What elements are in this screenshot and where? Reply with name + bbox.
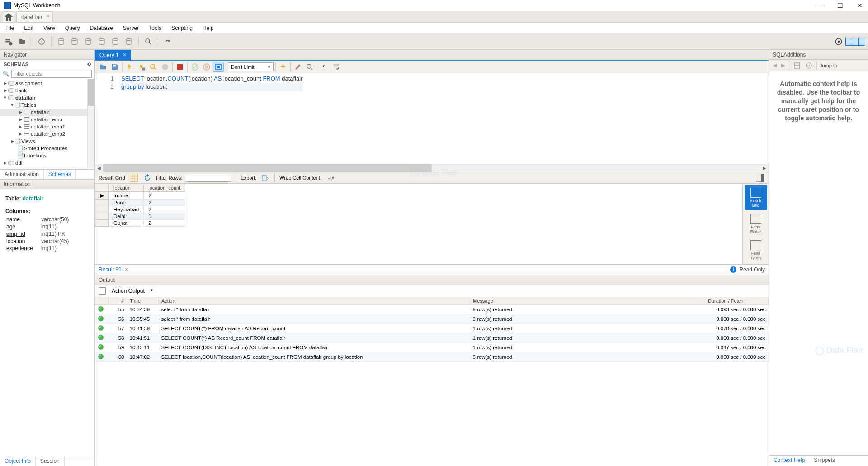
find-icon[interactable] [304, 62, 315, 72]
output-row[interactable]: 5510:34:39select * from dataflair9 row(s… [95, 305, 769, 314]
row-indicator[interactable]: ▶ [95, 192, 109, 200]
stop-on-error-icon[interactable] [175, 62, 185, 72]
search-icon[interactable] [143, 37, 153, 47]
result-grid[interactable]: locationlocation_count ▶Indore2 Pune2 He… [95, 184, 742, 264]
tree-item[interactable]: bank [15, 88, 27, 93]
form-editor-tab[interactable]: Form Editor [745, 212, 767, 236]
tree-item[interactable]: assignment [15, 81, 42, 86]
result-grid-tab[interactable]: Result Grid [745, 185, 767, 210]
grid-view-icon[interactable] [129, 173, 139, 183]
database-icon [8, 95, 14, 100]
scrollbar[interactable] [87, 79, 94, 169]
execute-current-icon[interactable] [136, 62, 147, 72]
tab-schemas[interactable]: Schemas [44, 170, 76, 179]
home-tab[interactable] [3, 11, 14, 22]
db-icon[interactable] [56, 37, 66, 47]
result-tab[interactable]: Result 39 ✕ [99, 266, 129, 273]
wrap-cell-icon[interactable]: ⤶A [325, 173, 335, 183]
tab-session[interactable]: Session [36, 456, 65, 466]
close-icon[interactable]: ✕ [123, 52, 127, 58]
output-row[interactable]: 5910:43:11SELECT COUNT(DISTINCT location… [95, 343, 769, 352]
output-grid[interactable]: # Time Action Message Duration / Fetch 5… [95, 297, 769, 466]
save-icon[interactable] [109, 62, 120, 72]
window-minimize-button[interactable]: — [816, 2, 825, 9]
sql-editor[interactable]: 1 2 SELECT location,COUNT(location) AS l… [95, 73, 769, 164]
scroll-left-icon[interactable]: ◀ [95, 164, 103, 172]
tree-item[interactable]: Tables [21, 102, 36, 108]
help-target-icon[interactable] [792, 61, 802, 71]
tree-item[interactable]: dataflair_emp [31, 117, 62, 122]
output-row[interactable]: 5710:41:39SELECT COUNT(*) FROM dataflair… [95, 324, 769, 333]
nav-back-icon[interactable]: ◀ [772, 62, 778, 68]
tree-item[interactable]: dataflair [15, 95, 36, 100]
filter-rows-input[interactable] [186, 174, 231, 182]
db-icon-6[interactable] [124, 37, 134, 47]
tree-item[interactable]: dataflair [31, 109, 49, 115]
code-area[interactable]: SELECT location,COUNT(location) AS locat… [118, 73, 303, 164]
menu-view[interactable]: View [43, 25, 55, 31]
query-tab[interactable]: Query 1 ✕ [95, 50, 131, 60]
inspector-icon[interactable]: i [37, 37, 47, 47]
tree-item[interactable]: dataflair_emp2 [31, 131, 65, 137]
autocommit-icon[interactable] [213, 62, 224, 72]
settings-icon[interactable] [834, 37, 844, 47]
close-icon[interactable]: ✕ [124, 266, 129, 273]
tree-item[interactable]: ddl [15, 160, 22, 166]
auto-help-icon[interactable]: ? [804, 61, 814, 71]
schema-filter-input[interactable] [11, 70, 92, 78]
tab-snippets[interactable]: Snippets [809, 456, 840, 466]
close-icon[interactable]: ✕ [46, 14, 50, 19]
output-row[interactable]: 6010:47:02SELECT location,COUNT(location… [95, 352, 769, 362]
refresh-icon[interactable]: ⟲ [87, 62, 91, 67]
tree-item[interactable]: Stored Procedures [24, 146, 67, 151]
output-row[interactable]: 5610:35:45select * from dataflair9 row(s… [95, 314, 769, 324]
execute-icon[interactable] [124, 62, 135, 72]
menu-server[interactable]: Server [123, 25, 139, 31]
reconnect-icon[interactable] [163, 37, 173, 47]
scroll-right-icon[interactable]: ▶ [760, 164, 769, 172]
beautify-icon[interactable] [278, 62, 288, 72]
wrap-icon[interactable] [331, 62, 342, 72]
tree-item[interactable]: Functions [24, 153, 47, 158]
open-sql-icon[interactable] [17, 37, 27, 47]
output-type-icon[interactable] [99, 287, 106, 295]
tree-item[interactable]: dataflair_emp1 [31, 124, 65, 129]
menu-query[interactable]: Query [65, 25, 80, 31]
menu-edit[interactable]: Edit [24, 25, 33, 31]
commit-icon[interactable] [189, 62, 200, 72]
invisible-chars-icon[interactable]: ¶ [319, 62, 330, 72]
field-types-tab[interactable]: Field Types [745, 238, 767, 262]
tab-administration[interactable]: Administration [0, 170, 44, 179]
db-icon-2[interactable] [70, 37, 80, 47]
new-sql-tab-icon[interactable] [4, 37, 14, 47]
brush-icon[interactable] [292, 62, 303, 72]
explain-icon[interactable] [148, 62, 159, 72]
menu-help[interactable]: Help [203, 25, 214, 31]
toggle-panel-icon[interactable] [755, 173, 765, 183]
output-row[interactable]: 5810:41:51SELECT COUNT(*) AS Record_coun… [95, 333, 769, 343]
connection-tab[interactable]: dataFlair ✕ [16, 11, 53, 22]
limit-dropdown[interactable]: Don't Limit [228, 62, 274, 71]
tab-object-info[interactable]: Object Info [0, 456, 36, 466]
rollback-icon[interactable] [201, 62, 212, 72]
db-icon-4[interactable] [97, 37, 107, 47]
stop-icon[interactable] [160, 62, 170, 72]
tab-context-help[interactable]: Context Help [769, 456, 809, 466]
export-icon[interactable] [260, 173, 270, 183]
window-close-button[interactable]: ✕ [855, 2, 864, 9]
window-maximize-button[interactable]: ☐ [835, 2, 844, 9]
nav-forward-icon[interactable]: ▶ [780, 62, 786, 68]
schema-tree[interactable]: ▶assignment ▶bank ▼dataflair ▼📑Tables ▶d… [0, 79, 94, 169]
open-file-icon[interactable] [98, 62, 108, 72]
svg-rect-24 [262, 175, 266, 181]
db-icon-5[interactable] [110, 37, 120, 47]
menu-scripting[interactable]: Scripting [171, 25, 193, 31]
refresh-icon[interactable] [142, 173, 152, 183]
menu-database[interactable]: Database [90, 25, 113, 31]
tree-item[interactable]: Views [21, 138, 35, 144]
menu-file[interactable]: File [5, 25, 14, 31]
menu-tools[interactable]: Tools [149, 25, 161, 31]
panel-layout-toggle[interactable] [845, 38, 865, 46]
db-icon-3[interactable] [83, 37, 93, 47]
output-type-dropdown[interactable]: Action Output [108, 286, 156, 295]
